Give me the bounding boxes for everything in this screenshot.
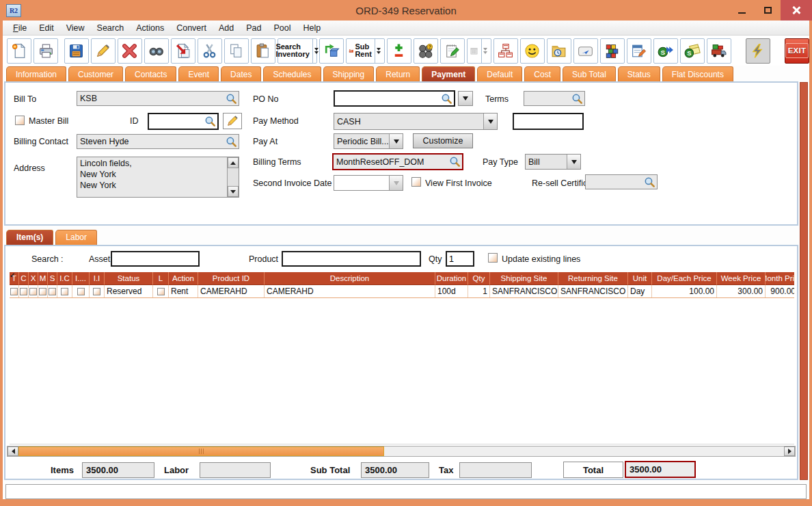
menu-convert[interactable]: Convert	[170, 22, 213, 34]
resell-certificate-field[interactable]	[585, 174, 658, 189]
col-header[interactable]: Description	[265, 272, 435, 285]
billing-contact-field[interactable]: Steven Hyde	[77, 134, 239, 149]
tab-payment[interactable]: Payment	[422, 66, 475, 81]
col-header[interactable]: Duration	[435, 272, 468, 285]
search-icon[interactable]	[204, 116, 216, 127]
folder-history-button[interactable]	[547, 38, 571, 64]
pay-at-combo[interactable]: Periodic Bill...	[334, 133, 403, 149]
find-button[interactable]	[144, 38, 169, 64]
col-header[interactable]: Unit	[628, 272, 652, 285]
tab-information[interactable]: Information	[6, 66, 66, 81]
bill-to-field[interactable]: KSB	[77, 91, 239, 106]
master-bill-checkbox[interactable]	[15, 116, 25, 125]
po-no-field[interactable]	[334, 90, 455, 107]
calendar-button[interactable]	[467, 38, 491, 64]
menu-search[interactable]: Search	[91, 22, 131, 34]
billing-terms-field[interactable]: MonthResetOFF_DOM	[332, 153, 463, 170]
paste-button[interactable]	[251, 38, 275, 64]
print-button[interactable]	[33, 38, 58, 64]
col-header[interactable]: Week Price	[717, 272, 766, 285]
delivery-truck-button[interactable]	[707, 38, 731, 64]
blocks-button[interactable]	[600, 38, 625, 64]
calendar-dropdown[interactable]	[481, 39, 489, 63]
cut-button[interactable]	[198, 38, 222, 64]
save-button[interactable]	[64, 38, 89, 64]
notes-button[interactable]	[440, 38, 465, 64]
menu-actions[interactable]: Actions	[130, 22, 170, 34]
new-document-button[interactable]	[7, 38, 31, 64]
row-ic-checkbox[interactable]	[61, 288, 68, 295]
second-invoice-date-combo[interactable]	[334, 175, 403, 191]
tab-dates[interactable]: Dates	[221, 66, 261, 81]
row-x-checkbox[interactable]	[29, 288, 37, 295]
row-s-checkbox[interactable]	[49, 288, 56, 295]
col-header[interactable]: Product ID	[198, 272, 265, 285]
export-button[interactable]	[171, 38, 195, 64]
edit-button[interactable]	[91, 38, 116, 64]
tab-sub-total[interactable]: Sub Total	[563, 66, 616, 81]
search-icon[interactable]	[571, 93, 583, 105]
col-header[interactable]: I.I	[90, 272, 105, 285]
form-vertical-scrollbar[interactable]	[800, 82, 808, 480]
smiley-button[interactable]	[520, 38, 545, 64]
maximize-button[interactable]	[755, 0, 781, 21]
dropdown-arrow-icon[interactable]	[483, 114, 497, 129]
search-icon[interactable]	[449, 156, 461, 168]
row-m-checkbox[interactable]	[39, 288, 46, 295]
scroll-right-icon[interactable]	[784, 447, 795, 456]
col-header[interactable]: I....	[72, 272, 90, 285]
menu-edit[interactable]: Edit	[33, 22, 60, 34]
po-no-dropdown-button[interactable]	[458, 91, 473, 106]
dropdown-arrow-icon[interactable]	[567, 155, 580, 169]
tab-return[interactable]: Return	[376, 66, 420, 81]
tab-labor[interactable]: Labor	[55, 230, 97, 245]
tab-default[interactable]: Default	[477, 66, 522, 81]
col-header[interactable]: Day/Each Price	[652, 272, 717, 285]
menu-view[interactable]: View	[60, 22, 91, 34]
convert-button[interactable]	[319, 38, 344, 64]
tab-cost[interactable]: Cost	[524, 66, 560, 81]
dropdown-arrow-icon[interactable]	[389, 134, 403, 148]
delete-button[interactable]	[118, 38, 142, 64]
pay-method-combo[interactable]: CASH	[334, 113, 498, 130]
col-header[interactable]: M	[38, 272, 48, 285]
scroll-left-icon[interactable]	[8, 447, 18, 456]
tab-contacts[interactable]: Contacts	[125, 66, 176, 81]
menu-add[interactable]: Add	[213, 22, 240, 34]
copy-button[interactable]	[224, 38, 249, 64]
qty-input[interactable]	[446, 251, 474, 267]
scrollbar-thumb[interactable]	[18, 447, 384, 456]
product-input[interactable]	[282, 251, 421, 267]
address-box[interactable]: Lincoln fields, New York New York	[77, 157, 239, 198]
sub-rent-button[interactable]: Sub Rent	[346, 38, 385, 64]
tab-schedules[interactable]: Schedules	[263, 66, 321, 81]
tab-customer[interactable]: Customer	[68, 66, 123, 81]
search-icon[interactable]	[644, 176, 655, 188]
send-button[interactable]	[573, 38, 598, 64]
terms-field[interactable]	[524, 91, 585, 106]
col-header[interactable]: Shipping Site	[490, 272, 558, 285]
search-icon[interactable]	[226, 136, 237, 148]
view-first-invoice-checkbox[interactable]	[411, 177, 421, 187]
search-icon[interactable]	[441, 93, 452, 105]
id-field[interactable]	[148, 113, 219, 130]
availability-query-button[interactable]: ?	[414, 38, 438, 64]
menu-help[interactable]: Help	[297, 22, 327, 34]
menu-pool[interactable]: Pool	[267, 22, 297, 34]
customize-button[interactable]: Customize	[413, 133, 473, 148]
money-forward-button[interactable]: S	[653, 38, 678, 64]
edit-notes-button[interactable]	[627, 38, 651, 64]
tab-event[interactable]: Event	[178, 66, 219, 81]
row-ii-checkbox[interactable]	[93, 288, 100, 295]
col-header[interactable]: X	[29, 272, 38, 285]
pay-type-combo[interactable]: Bill	[525, 154, 581, 170]
minimize-button[interactable]	[729, 0, 755, 21]
col-header[interactable]: I.C	[57, 272, 72, 285]
exit-button[interactable]: EXIT	[785, 38, 809, 64]
asset-input[interactable]	[111, 251, 200, 267]
tab-status[interactable]: Status	[618, 66, 660, 81]
col-header[interactable]: S	[48, 272, 57, 285]
update-existing-lines-checkbox[interactable]	[488, 253, 498, 263]
tab-shipping[interactable]: Shipping	[323, 66, 375, 81]
row-i-checkbox[interactable]	[77, 288, 85, 295]
